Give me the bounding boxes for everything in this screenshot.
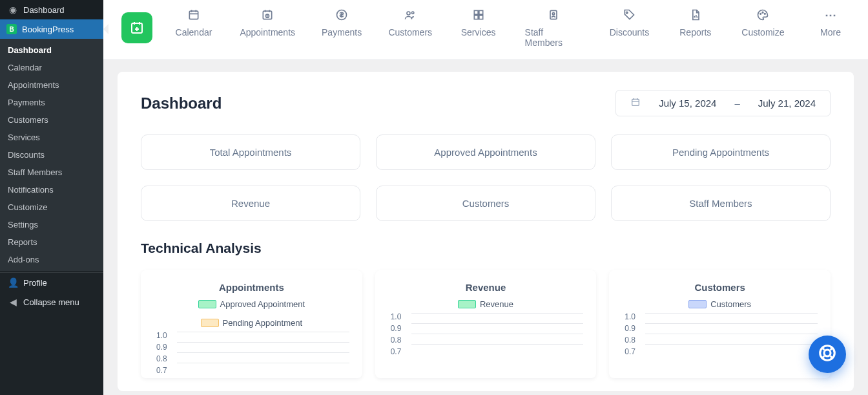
svg-rect-1 (189, 11, 198, 19)
nav-calendar[interactable]: Calendar (174, 8, 213, 37)
y-axis-ticks: 1.0 0.9 0.8 0.7 (625, 312, 636, 357)
legend-item-customers[interactable]: Customers (688, 299, 751, 309)
page-title: Dashboard (141, 94, 222, 112)
badge-icon (546, 8, 561, 22)
more-icon: ⋯ (823, 8, 838, 22)
nav-label: Discounts (610, 27, 649, 37)
date-separator: – (734, 98, 739, 109)
chart-title: Revenue (382, 282, 590, 293)
nav-reports[interactable]: Reports (676, 8, 715, 37)
svg-point-15 (763, 12, 764, 13)
chart-legend: Revenue (382, 299, 590, 309)
sidebar-item-dashboard[interactable]: ◉ Dashboard (0, 0, 103, 19)
submenu-item-discounts[interactable]: Discounts (0, 146, 103, 164)
help-fab-button[interactable] (809, 336, 846, 373)
submenu-item-dashboard[interactable]: Dashboard (0, 41, 103, 59)
submenu-item-appointments[interactable]: Appointments (0, 76, 103, 94)
card-revenue[interactable]: Revenue (141, 186, 360, 221)
submenu-item-payments[interactable]: Payments (0, 94, 103, 111)
submenu-item-reports[interactable]: Reports (0, 233, 103, 251)
palette-icon (756, 8, 770, 22)
sidebar-item-label: Profile (23, 278, 47, 288)
sidebar-item-label: Collapse menu (23, 297, 79, 307)
submenu-item-staff[interactable]: Staff Members (0, 164, 103, 181)
section-title-technical-analysis: Technical Analysis (141, 240, 831, 256)
submenu-item-notifications[interactable]: Notifications (0, 181, 103, 198)
chart-plot-area: 1.0 0.9 0.8 0.7 (147, 330, 356, 374)
nav-payments[interactable]: Payments (322, 8, 361, 37)
chart-appointments: Appointments Approved Appointment Pendin… (141, 270, 362, 378)
legend-item-pending[interactable]: Pending Appointment (201, 318, 303, 328)
legend-swatch-icon (688, 300, 707, 308)
submenu-item-addons[interactable]: Add-ons (0, 251, 103, 268)
svg-rect-17 (632, 99, 639, 105)
date-range-picker[interactable]: July 15, 2024 – July 21, 2024 (615, 90, 831, 116)
chart-title: Appointments (147, 282, 356, 293)
submenu-item-customers[interactable]: Customers (0, 111, 103, 129)
svg-rect-9 (474, 16, 478, 19)
nav-customers[interactable]: Customers (389, 8, 432, 37)
svg-point-19 (824, 350, 831, 356)
calendar-icon (630, 97, 641, 109)
svg-point-14 (760, 14, 761, 15)
svg-rect-7 (474, 10, 478, 14)
legend-swatch-icon (198, 300, 216, 308)
sidebar-item-label: BookingPress (22, 25, 74, 34)
nav-customize[interactable]: Customize (742, 8, 784, 37)
brand-logo (121, 12, 152, 43)
legend-item-revenue[interactable]: Revenue (458, 299, 513, 309)
user-icon: 👤 (6, 277, 19, 288)
date-from: July 15, 2024 (659, 98, 716, 109)
submenu-item-customize[interactable]: Customize (0, 198, 103, 216)
nav-label: Calendar (176, 27, 212, 37)
sidebar-item-label: Dashboard (23, 5, 65, 15)
sidebar-item-collapse[interactable]: ◀ Collapse menu (0, 292, 103, 312)
dollar-icon (335, 8, 349, 22)
nav-label: Payments (322, 27, 362, 37)
legend-label: Customers (710, 299, 751, 309)
calendar-icon (187, 8, 201, 22)
tag-icon (622, 8, 636, 22)
lifebuoy-icon (818, 343, 837, 365)
submenu-item-settings[interactable]: Settings (0, 216, 103, 233)
card-customers[interactable]: Customers (376, 186, 595, 221)
chart-customers: Customers Customers 1.0 0.9 0.8 (609, 270, 831, 378)
clock-icon (260, 8, 274, 22)
chart-legend: Customers (615, 299, 824, 309)
dashboard-panel: Dashboard July 15, 2024 – July 21, 2024 … (118, 72, 854, 391)
chart-plot-area: 1.0 0.9 0.8 0.7 (382, 312, 590, 356)
chart-title: Customers (615, 282, 824, 293)
svg-point-13 (626, 12, 628, 14)
nav-label: Appointments (240, 27, 295, 37)
collapse-icon: ◀ (6, 297, 19, 307)
nav-staff[interactable]: Staff Members (525, 8, 583, 48)
card-total-appointments[interactable]: Total Appointments (141, 134, 360, 170)
date-to: July 21, 2024 (758, 98, 816, 109)
report-icon (688, 8, 703, 22)
svg-rect-8 (479, 10, 482, 14)
legend-swatch-icon (201, 319, 219, 327)
svg-rect-10 (479, 16, 482, 19)
legend-label: Pending Appointment (223, 318, 303, 328)
bookingpress-submenu: Dashboard Calendar Appointments Payments… (0, 39, 103, 271)
sidebar-item-bookingpress[interactable]: B BookingPress (0, 19, 103, 39)
nav-discounts[interactable]: Discounts (610, 8, 649, 37)
y-axis-ticks: 1.0 0.9 0.8 0.7 (156, 330, 167, 376)
svg-point-12 (553, 13, 555, 15)
nav-more[interactable]: ⋯ More (811, 8, 850, 37)
legend-swatch-icon (458, 300, 476, 308)
nav-label: More (820, 27, 841, 37)
card-staff-members[interactable]: Staff Members (611, 186, 831, 221)
chart-revenue: Revenue Revenue 1.0 0.9 0.8 (375, 270, 597, 378)
gauge-icon: ◉ (6, 5, 19, 15)
card-pending-appointments[interactable]: Pending Appointments (611, 134, 831, 170)
submenu-item-services[interactable]: Services (0, 129, 103, 146)
admin-sidebar: ◉ Dashboard B BookingPress Dashboard Cal… (0, 0, 103, 395)
card-approved-appointments[interactable]: Approved Appointments (376, 134, 595, 170)
nav-services[interactable]: Services (459, 8, 498, 37)
nav-label: Services (461, 27, 496, 37)
nav-appointments[interactable]: Appointments (240, 8, 294, 37)
sidebar-item-profile[interactable]: 👤 Profile (0, 273, 103, 292)
legend-item-approved[interactable]: Approved Appointment (198, 299, 305, 309)
submenu-item-calendar[interactable]: Calendar (0, 59, 103, 76)
